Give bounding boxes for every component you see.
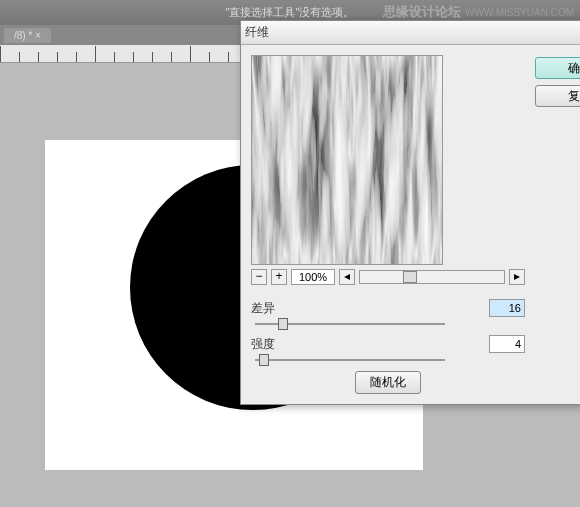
strength-label: 强度: [251, 336, 281, 353]
dialog-titlebar[interactable]: 纤维 ✕: [241, 21, 580, 45]
randomize-button[interactable]: 随机化: [355, 371, 421, 394]
preview-box: [251, 55, 443, 265]
document-tab[interactable]: /8) * ×: [4, 28, 51, 43]
scroll-left-button[interactable]: ◂: [339, 269, 355, 285]
zoom-value: 100%: [291, 269, 335, 285]
reset-button[interactable]: 复位: [535, 85, 580, 107]
strength-input[interactable]: [489, 335, 525, 353]
svg-rect-0: [252, 56, 442, 264]
preview-scrollbar[interactable]: [359, 270, 505, 284]
watermark: 思缘设计论坛WWW.MISSYUAN.COM: [383, 3, 574, 21]
fibers-dialog: 纤维 ✕ − + 100% ◂ ▸: [240, 20, 580, 405]
ok-button[interactable]: 确定: [535, 57, 580, 79]
variance-input[interactable]: [489, 299, 525, 317]
dialog-title-text: 纤维: [245, 24, 580, 41]
variance-slider[interactable]: [255, 323, 445, 325]
zoom-out-button[interactable]: −: [251, 269, 267, 285]
zoom-controls: − + 100% ◂ ▸: [251, 269, 525, 285]
strength-slider[interactable]: [255, 359, 445, 361]
options-text: "直接选择工具"没有选项。: [226, 5, 355, 20]
variance-label: 差异: [251, 300, 281, 317]
zoom-in-button[interactable]: +: [271, 269, 287, 285]
fiber-texture: [252, 56, 442, 264]
scroll-right-button[interactable]: ▸: [509, 269, 525, 285]
